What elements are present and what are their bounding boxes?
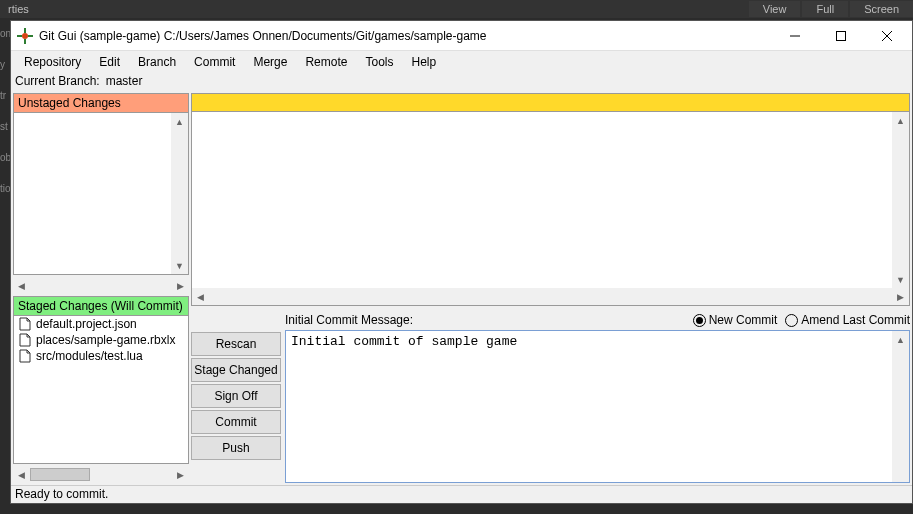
svg-rect-6 (837, 31, 846, 40)
commit-message-input[interactable] (286, 331, 892, 482)
unstaged-file-list[interactable]: ▲ ▼ (14, 113, 188, 274)
unstaged-header: Unstaged Changes (14, 94, 188, 113)
svg-rect-2 (17, 35, 22, 37)
status-text: Ready to commit. (15, 487, 108, 501)
svg-rect-1 (24, 39, 26, 44)
diff-view[interactable]: ▲ ▼ ◀ ▶ (191, 111, 910, 306)
background-left-fragments: on y tr st ob tio (0, 18, 10, 514)
menu-merge[interactable]: Merge (244, 52, 296, 72)
staged-file[interactable]: default.project.json (14, 316, 188, 332)
menu-commit[interactable]: Commit (185, 52, 244, 72)
svg-point-4 (22, 33, 28, 39)
sign-off-button[interactable]: Sign Off (191, 384, 281, 408)
file-icon (18, 349, 32, 363)
scrollbar-horizontal[interactable]: ◀ ▶ (192, 288, 909, 305)
statusbar: Ready to commit. (11, 485, 912, 503)
git-gui-window: Git Gui (sample-game) C:/Users/James Onn… (10, 20, 913, 504)
scrollbar-vertical[interactable]: ▲ ▼ (892, 112, 909, 288)
menu-tools[interactable]: Tools (356, 52, 402, 72)
file-icon (18, 333, 32, 347)
rescan-button[interactable]: Rescan (191, 332, 281, 356)
menubar: Repository Edit Branch Commit Merge Remo… (11, 51, 912, 73)
menu-repository[interactable]: Repository (15, 52, 90, 72)
window-title: Git Gui (sample-game) C:/Users/James Onn… (39, 29, 487, 43)
radio-icon (693, 314, 706, 327)
menu-help[interactable]: Help (402, 52, 445, 72)
minimize-button[interactable] (772, 21, 818, 51)
background-right-menus: View Full Screen (749, 1, 913, 17)
titlebar[interactable]: Git Gui (sample-game) C:/Users/James Onn… (11, 21, 912, 51)
file-icon (18, 317, 32, 331)
push-button[interactable]: Push (191, 436, 281, 460)
git-gui-icon (17, 28, 33, 44)
scroll-left-icon[interactable]: ◀ (13, 281, 30, 291)
menu-remote[interactable]: Remote (296, 52, 356, 72)
staged-panel: Staged Changes (Will Commit) default.pro… (13, 296, 189, 464)
scroll-right-icon[interactable]: ▶ (172, 281, 189, 291)
scroll-right-icon[interactable]: ▶ (172, 470, 189, 480)
staged-file-list[interactable]: default.project.json places/sample-game.… (14, 316, 188, 463)
close-button[interactable] (864, 21, 910, 51)
radio-amend-last-commit[interactable]: Amend Last Commit (785, 313, 910, 327)
commit-button[interactable]: Commit (191, 410, 281, 434)
commit-message-label: Initial Commit Message: (285, 313, 413, 327)
menu-branch[interactable]: Branch (129, 52, 185, 72)
background-window-tabs: rties View Full Screen (0, 0, 913, 18)
branch-name: master (106, 74, 143, 90)
menu-edit[interactable]: Edit (90, 52, 129, 72)
branch-label: Current Branch: (15, 74, 100, 90)
scroll-down-icon[interactable]: ▼ (171, 257, 188, 274)
scrollbar-vertical[interactable]: ▲ ▼ (171, 113, 188, 274)
scroll-down-icon[interactable]: ▼ (892, 271, 909, 288)
svg-rect-3 (28, 35, 33, 37)
scroll-left-icon[interactable]: ◀ (13, 470, 30, 480)
scroll-left-icon[interactable]: ◀ (192, 288, 209, 305)
scroll-right-icon[interactable]: ▶ (892, 288, 909, 305)
svg-rect-0 (24, 28, 26, 33)
unstaged-panel: Unstaged Changes ▲ ▼ (13, 93, 189, 275)
staged-file[interactable]: places/sample-game.rbxlx (14, 332, 188, 348)
staged-file[interactable]: src/modules/test.lua (14, 348, 188, 364)
scrollbar-vertical[interactable]: ▲ (892, 331, 909, 482)
diff-header (191, 93, 910, 111)
scroll-thumb[interactable] (30, 468, 90, 481)
radio-new-commit[interactable]: New Commit (693, 313, 778, 327)
staged-header: Staged Changes (Will Commit) (14, 297, 188, 316)
unstaged-hscroll[interactable]: ◀ ▶ (13, 277, 189, 294)
scroll-up-icon[interactable]: ▲ (892, 331, 909, 348)
stage-changed-button[interactable]: Stage Changed (191, 358, 281, 382)
staged-hscroll[interactable]: ◀ ▶ (13, 466, 189, 483)
branch-bar: Current Branch: master (11, 73, 912, 91)
radio-icon (785, 314, 798, 327)
scroll-up-icon[interactable]: ▲ (171, 113, 188, 130)
scroll-up-icon[interactable]: ▲ (892, 112, 909, 129)
maximize-button[interactable] (818, 21, 864, 51)
